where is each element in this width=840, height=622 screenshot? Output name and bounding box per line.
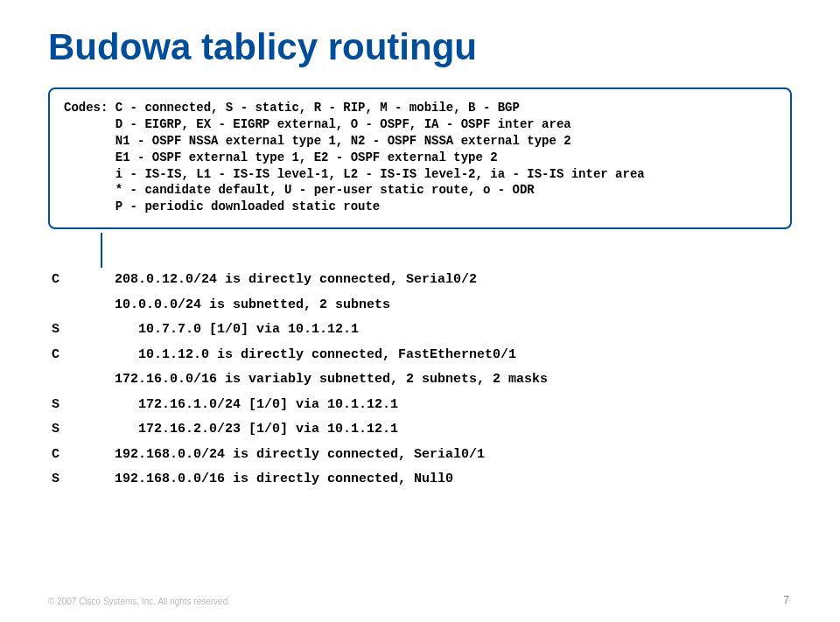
codes-line-1: Codes: C - connected, S - static, R - RI… bbox=[64, 101, 520, 115]
codes-line-6: * - candidate default, U - per-user stat… bbox=[64, 183, 535, 197]
slide-title: Budowa tablicy routingu bbox=[48, 26, 792, 68]
codes-line-5: i - IS-IS, L1 - IS-IS level-1, L2 - IS-I… bbox=[64, 167, 645, 181]
route-line-4: C 10.1.12.0 is directly connected, FastE… bbox=[52, 347, 516, 362]
route-line-3: S 10.7.7.0 [1/0] via 10.1.12.1 bbox=[52, 322, 359, 337]
route-line-1: C 208.0.12.0/24 is directly connected, S… bbox=[52, 272, 477, 287]
codes-box: Codes: C - connected, S - static, R - RI… bbox=[48, 87, 792, 229]
routing-table: C 208.0.12.0/24 is directly connected, S… bbox=[52, 268, 792, 493]
codes-line-3: N1 - OSPF NSSA external type 1, N2 - OSP… bbox=[64, 134, 571, 148]
route-line-6: S 172.16.1.0/24 [1/0] via 10.1.12.1 bbox=[52, 397, 398, 412]
route-line-8: C 192.168.0.0/24 is directly connected, … bbox=[52, 447, 485, 462]
codes-line-2: D - EIGRP, EX - EIGRP external, O - OSPF… bbox=[64, 117, 571, 131]
connector-line bbox=[101, 233, 102, 268]
route-line-9: S 192.168.0.0/16 is directly connected, … bbox=[52, 472, 453, 486]
route-line-7: S 172.16.2.0/23 [1/0] via 10.1.12.1 bbox=[52, 422, 398, 437]
codes-line-4: E1 - OSPF external type 1, E2 - OSPF ext… bbox=[64, 150, 498, 164]
copyright-footer: © 2007 Cisco Systems, Inc. All rights re… bbox=[48, 597, 230, 606]
page-number: 7 bbox=[783, 594, 789, 606]
route-line-2: 10.0.0.0/24 is subnetted, 2 subnets bbox=[52, 297, 390, 312]
codes-line-7: P - periodic downloaded static route bbox=[64, 199, 380, 213]
route-line-5: 172.16.0.0/16 is variably subnetted, 2 s… bbox=[52, 372, 548, 387]
